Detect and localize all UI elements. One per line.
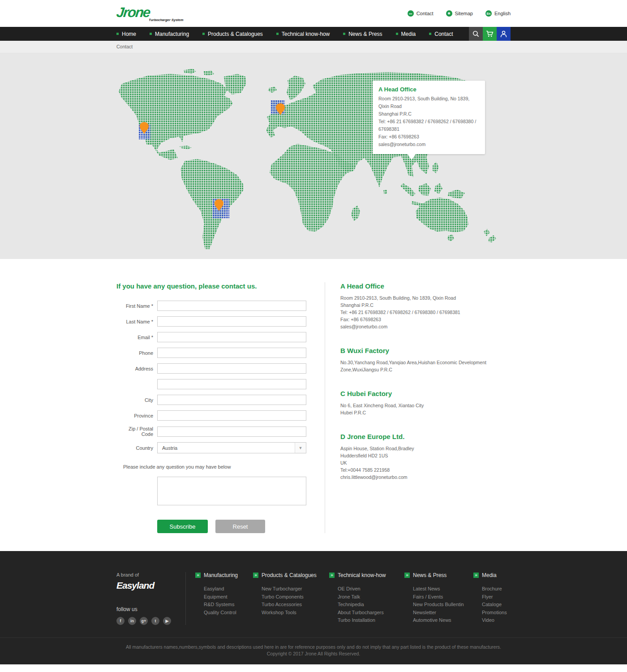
- phone-input[interactable]: [157, 348, 306, 358]
- province-input[interactable]: [157, 410, 306, 421]
- subscribe-button[interactable]: Subscribe: [157, 520, 208, 533]
- question-textarea[interactable]: [157, 477, 306, 505]
- footer-column-header[interactable]: » News & Press: [404, 572, 473, 578]
- footer-link[interactable]: Turbo Installation: [338, 616, 404, 625]
- country-select[interactable]: Austria ▼: [157, 442, 306, 453]
- nav-item[interactable]: Technical know-how: [276, 31, 330, 37]
- map-section: A Head Office Room 2910-2913, South Buil…: [0, 53, 627, 259]
- brand-of-label: A brand of: [116, 572, 185, 577]
- footer-column-header[interactable]: » Manufacturing: [195, 572, 253, 578]
- footer-link[interactable]: Turbo Accessories: [262, 601, 329, 609]
- footer-column: » Media Brochure Flyer Cataloge Promotio…: [473, 572, 511, 625]
- footer-column: » News & Press Latest News Fairs / Event…: [404, 572, 473, 625]
- footer-link[interactable]: Jrone Talk: [338, 593, 404, 601]
- footer-column-title: Media: [482, 572, 497, 578]
- nav-bullet-icon: [343, 33, 345, 35]
- reset-button[interactable]: Reset: [215, 520, 265, 533]
- province-label: Province: [116, 413, 153, 418]
- nav-item[interactable]: Media: [396, 31, 416, 37]
- city-input[interactable]: [157, 395, 306, 405]
- nav-item[interactable]: Contact: [429, 31, 453, 37]
- footer-link[interactable]: About Turbochargers: [338, 609, 404, 617]
- footer-column-title: Products & Catalogues: [262, 572, 317, 578]
- footer-column: » Technical know-how OE Driven Jrone Tal…: [329, 572, 404, 625]
- footer-link[interactable]: Technipedia: [338, 601, 404, 609]
- first-name-input[interactable]: [157, 301, 306, 311]
- footer-link[interactable]: R&D Systems: [204, 601, 253, 609]
- footer-link[interactable]: Cataloge: [482, 601, 511, 609]
- office-line: Aspin House, Station Road,Bradley: [340, 445, 511, 452]
- address-input[interactable]: [157, 363, 306, 374]
- footer-link[interactable]: Workshop Tools: [262, 609, 329, 617]
- arrow-right-icon: »: [253, 573, 258, 578]
- footer-link[interactable]: Latest News: [413, 585, 473, 593]
- city-label: City: [116, 397, 153, 403]
- footer-column-header[interactable]: » Media: [473, 572, 511, 578]
- follow-us-label: follow us: [116, 606, 185, 612]
- search-button[interactable]: [469, 27, 483, 41]
- footer-link[interactable]: Brochure: [482, 585, 511, 593]
- phone-label: Phone: [116, 350, 153, 356]
- breadcrumb[interactable]: Contact: [116, 44, 133, 49]
- last-name-input[interactable]: [157, 316, 306, 327]
- jrone-logo[interactable]: Jrone Turbocharger System: [116, 5, 183, 22]
- disclaimer-text: All manufacturers names,numbers,symbols …: [0, 644, 627, 650]
- footer-brand-block: A brand of Easyland follow us f in g+ t …: [116, 572, 186, 625]
- account-button[interactable]: [497, 27, 511, 41]
- footer-link[interactable]: New Turbocharger: [262, 585, 329, 593]
- topbar-language-link[interactable]: En English: [485, 10, 511, 17]
- tooltip-pointer: [408, 154, 416, 160]
- last-name-label: Last Name *: [116, 319, 153, 324]
- footer-link[interactable]: Quality Control: [204, 609, 253, 617]
- footer-column-header[interactable]: » Products & Catalogues: [253, 572, 329, 578]
- twitter-icon[interactable]: t: [151, 617, 159, 625]
- youtube-icon[interactable]: ▶: [163, 617, 171, 625]
- easyland-logo[interactable]: Easyland: [116, 580, 185, 591]
- contact-form: If you have any question, please contact…: [116, 282, 325, 533]
- chat-icon: •••: [408, 10, 414, 17]
- topbar-sitemap-link[interactable]: ⊕ Sitemap: [446, 10, 473, 17]
- nav-bullet-icon: [150, 33, 152, 35]
- logo-text: Jrone: [116, 5, 150, 19]
- nav-actions: [469, 27, 511, 41]
- nav-item[interactable]: Home: [116, 31, 136, 37]
- footer-link[interactable]: OE Driven: [338, 585, 404, 593]
- nav-item-label: Manufacturing: [155, 31, 189, 37]
- footer-link[interactable]: Promotions: [482, 609, 511, 617]
- footer-link[interactable]: Fairs / Events: [413, 593, 473, 601]
- nav-item[interactable]: News & Press: [343, 31, 382, 37]
- office-line: Huddersfield HD2 1US: [340, 452, 511, 459]
- footer-link[interactable]: Flyer: [482, 593, 511, 601]
- footer-link[interactable]: New Products Bullentin: [413, 601, 473, 609]
- footer-link[interactable]: Turbo Components: [262, 593, 329, 601]
- question-note: Please include any question you may have…: [116, 464, 325, 470]
- footer-column-header[interactable]: » Technical know-how: [329, 572, 404, 578]
- topbar-contact-label: Contact: [417, 11, 434, 16]
- tooltip-title: A Head Office: [378, 86, 479, 93]
- footer-link[interactable]: Automotive News: [413, 616, 473, 625]
- footer-link[interactable]: Newsletter: [413, 609, 473, 617]
- footer-link[interactable]: Easyland: [204, 585, 253, 593]
- zip-input[interactable]: [157, 426, 306, 437]
- nav-bullet-icon: [202, 33, 205, 35]
- nav-item[interactable]: Products & Catalogues: [202, 31, 263, 37]
- footer-column: » Manufacturing Easyland Equipment R&D S…: [195, 572, 253, 625]
- topbar-links: ••• Contact ⊕ Sitemap En English: [408, 10, 511, 17]
- nav-item[interactable]: Manufacturing: [150, 31, 189, 37]
- email-field[interactable]: [157, 332, 306, 342]
- office-block: D Jrone Europe Ltd. Aspin House, Station…: [340, 433, 511, 481]
- email-label: Email *: [116, 335, 153, 340]
- footer-link[interactable]: Video: [482, 616, 511, 625]
- nav-item-label: Media: [401, 31, 416, 37]
- facebook-icon[interactable]: f: [116, 617, 125, 625]
- topbar-contact-link[interactable]: ••• Contact: [408, 10, 434, 17]
- country-select-value: Austria: [158, 445, 295, 451]
- address-input-2[interactable]: [157, 379, 306, 389]
- nav-item-label: Technical know-how: [282, 31, 330, 37]
- linkedin-icon[interactable]: in: [128, 617, 136, 625]
- cart-button[interactable]: [483, 27, 497, 41]
- footer-legal: All manufacturers names,numbers,symbols …: [0, 638, 627, 664]
- footer-link[interactable]: Equipment: [204, 593, 253, 601]
- googleplus-icon[interactable]: g+: [140, 617, 148, 625]
- office-block: B Wuxi Factory No.30,Yanchang Road,Yanqi…: [340, 347, 511, 373]
